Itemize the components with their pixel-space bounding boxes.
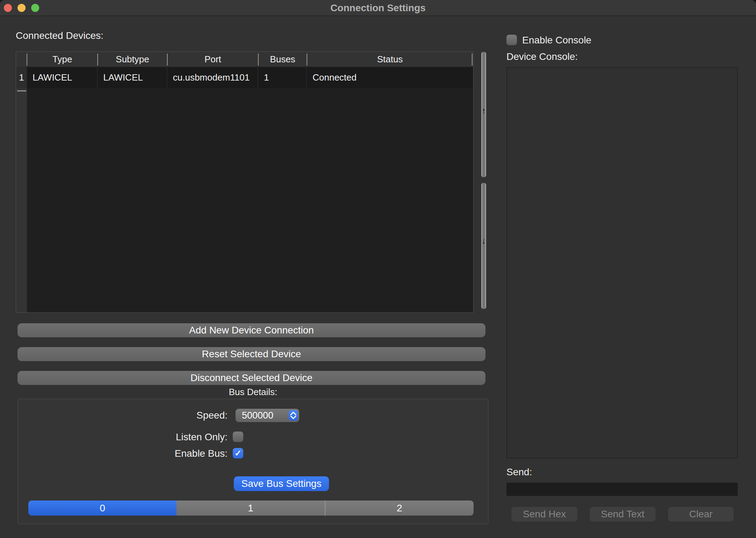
connection-settings-window: Connection Settings Connected Devices: T… — [0, 0, 756, 538]
send-hex-button[interactable]: Send Hex — [511, 507, 578, 522]
add-device-button[interactable]: Add New Device Connection — [18, 323, 485, 337]
speed-label: Speed: — [133, 409, 227, 422]
header-separator — [258, 54, 259, 65]
row-header-divider — [17, 90, 26, 91]
disconnect-device-button[interactable]: Disconnect Selected Device — [18, 371, 485, 385]
reset-device-button[interactable]: Reset Selected Device — [18, 347, 485, 361]
cell-subtype: LAWICEL — [98, 67, 167, 88]
stepper-up-icon — [290, 412, 296, 415]
device-console-label: Device Console: — [506, 51, 578, 62]
listen-only-label: Listen Only: — [133, 430, 227, 444]
scroll-up-icon[interactable]: ↑ — [481, 106, 486, 115]
bus-tab-0[interactable]: 0 — [28, 501, 176, 516]
cell-status: Connected — [307, 67, 473, 88]
checkmark-icon: ✓ — [234, 448, 241, 458]
header-separator — [472, 54, 472, 65]
row-number: 1 — [16, 67, 27, 88]
row-number-column — [16, 67, 27, 312]
devices-table: Type Subtype Port Buses Status 1 LAWICEL… — [16, 51, 474, 313]
column-header-type[interactable]: Type — [27, 52, 98, 67]
send-text-button[interactable]: Send Text — [590, 507, 656, 522]
send-label: Send: — [506, 467, 532, 478]
column-header-subtype[interactable]: Subtype — [98, 52, 167, 67]
enable-bus-label: Enable Bus: — [133, 447, 227, 460]
bus-tab-1[interactable]: 1 — [176, 501, 324, 516]
column-header-port[interactable]: Port — [167, 52, 258, 67]
enable-console-label: Enable Console — [522, 35, 592, 46]
table-row[interactable]: 1 LAWICEL LAWICEL cu.usbmodem1101 1 Conn… — [16, 67, 473, 88]
device-console-output[interactable] — [506, 67, 738, 458]
speed-stepper[interactable] — [289, 410, 298, 421]
header-separator — [97, 54, 98, 65]
title-bar: Connection Settings — [0, 0, 756, 16]
header-separator — [167, 54, 168, 65]
devices-table-header: Type Subtype Port Buses Status — [16, 52, 473, 67]
send-input[interactable] — [506, 483, 738, 496]
bus-selector: 0 1 2 — [28, 501, 474, 516]
bus-tab-2[interactable]: 2 — [325, 501, 474, 516]
cell-buses: 1 — [258, 67, 307, 88]
window-title: Connection Settings — [0, 0, 756, 16]
enable-bus-checkbox[interactable]: ✓ — [233, 448, 243, 458]
speed-value: 500000 — [242, 409, 273, 422]
enable-console-checkbox[interactable] — [506, 35, 517, 45]
column-header-buses[interactable]: Buses — [258, 52, 307, 67]
scrollbar-upper-segment[interactable]: ↑ — [481, 52, 486, 177]
header-separator — [27, 54, 27, 65]
scroll-down-icon[interactable]: ↓ — [481, 236, 486, 245]
column-header-status[interactable]: Status — [307, 52, 473, 67]
header-separator — [307, 54, 307, 65]
stepper-down-icon — [290, 415, 296, 419]
clear-button[interactable]: Clear — [668, 507, 734, 522]
save-bus-settings-button[interactable]: Save Bus Settings — [234, 476, 329, 491]
scrollbar-lower-segment[interactable]: ↓ — [481, 183, 486, 309]
bus-details-label: Bus Details: — [18, 387, 489, 398]
connected-devices-label: Connected Devices: — [16, 30, 104, 41]
speed-combobox[interactable]: 500000 — [236, 409, 299, 422]
cell-type: LAWICEL — [27, 67, 98, 88]
cell-port: cu.usbmodem1101 — [167, 67, 258, 88]
listen-only-checkbox[interactable] — [233, 432, 243, 442]
